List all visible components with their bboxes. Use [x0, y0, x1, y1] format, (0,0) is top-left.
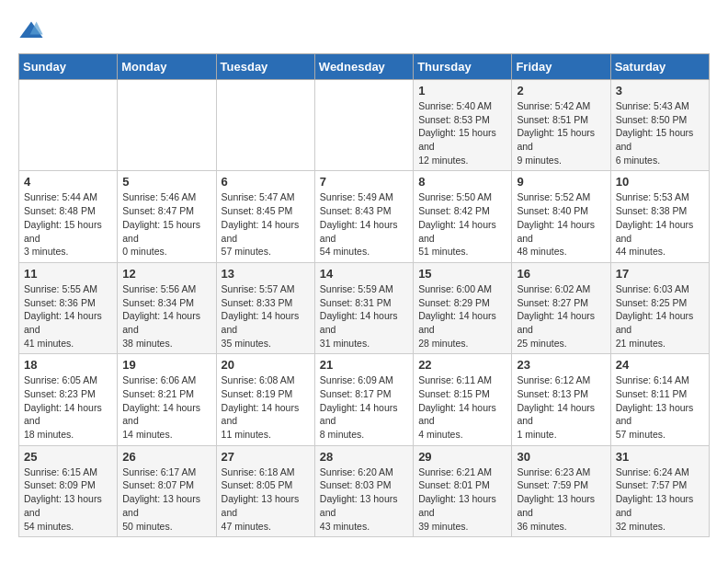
calendar-cell: 1Sunrise: 5:40 AMSunset: 8:53 PMDaylight…: [414, 80, 512, 171]
header-saturday: Saturday: [610, 54, 709, 80]
daylight-minutes: 57 minutes.: [222, 246, 271, 257]
sunset-info: Sunset: 8:33 PM: [222, 297, 293, 308]
sunrise-info: Sunrise: 5:46 AM: [122, 191, 196, 202]
daylight-minutes: 35 minutes.: [222, 338, 271, 349]
daylight-minutes: 3 minutes.: [24, 246, 68, 257]
sunset-info: Sunset: 7:59 PM: [517, 479, 588, 490]
daylight-minutes: 39 minutes.: [418, 521, 468, 532]
calendar-cell: 23Sunrise: 6:12 AMSunset: 8:13 PMDayligh…: [512, 354, 610, 445]
day-info: Sunrise: 6:09 AMSunset: 8:17 PMDaylight:…: [320, 373, 408, 441]
daylight-hours: Daylight: 14 hours and: [222, 310, 300, 335]
sunset-info: Sunset: 8:36 PM: [24, 297, 96, 308]
day-number: 3: [616, 84, 704, 98]
sunset-info: Sunset: 8:29 PM: [418, 297, 490, 308]
daylight-hours: Daylight: 13 hours and: [24, 493, 102, 518]
sunset-info: Sunset: 8:50 PM: [616, 114, 688, 125]
daylight-hours: Daylight: 13 hours and: [616, 402, 694, 427]
sunset-info: Sunset: 8:45 PM: [222, 205, 293, 216]
calendar-cell: [216, 80, 314, 171]
daylight-minutes: 36 minutes.: [517, 521, 566, 532]
daylight-hours: Daylight: 14 hours and: [222, 219, 300, 244]
day-info: Sunrise: 6:06 AMSunset: 8:21 PMDaylight:…: [122, 373, 210, 441]
daylight-minutes: 21 minutes.: [616, 338, 665, 349]
sunrise-info: Sunrise: 6:20 AM: [320, 466, 393, 477]
calendar-cell: 9Sunrise: 5:52 AMSunset: 8:40 PMDaylight…: [512, 171, 610, 262]
daylight-minutes: 12 minutes.: [418, 155, 468, 166]
day-info: Sunrise: 5:43 AMSunset: 8:50 PMDaylight:…: [616, 99, 704, 167]
daylight-minutes: 41 minutes.: [24, 338, 74, 349]
daylight-minutes: 25 minutes.: [517, 338, 566, 349]
daylight-minutes: 54 minutes.: [24, 521, 74, 532]
sunset-info: Sunset: 8:11 PM: [616, 388, 688, 399]
logo: [18, 18, 48, 44]
sunrise-info: Sunrise: 5:40 AM: [418, 100, 492, 111]
sunset-info: Sunset: 8:13 PM: [517, 388, 588, 399]
daylight-minutes: 8 minutes.: [320, 429, 364, 440]
day-info: Sunrise: 6:03 AMSunset: 8:25 PMDaylight:…: [616, 282, 704, 350]
daylight-hours: Daylight: 14 hours and: [418, 402, 496, 427]
daylight-hours: Daylight: 15 hours and: [418, 127, 496, 152]
daylight-hours: Daylight: 14 hours and: [122, 310, 200, 335]
daylight-hours: Daylight: 15 hours and: [616, 127, 694, 152]
page-header: [18, 18, 710, 44]
calendar-cell: 7Sunrise: 5:49 AMSunset: 8:43 PMDaylight…: [314, 171, 413, 262]
daylight-hours: Daylight: 14 hours and: [222, 402, 300, 427]
daylight-minutes: 0 minutes.: [122, 246, 166, 257]
day-info: Sunrise: 6:24 AMSunset: 7:57 PMDaylight:…: [616, 465, 704, 533]
calendar-cell: 13Sunrise: 5:57 AMSunset: 8:33 PMDayligh…: [216, 262, 314, 353]
day-info: Sunrise: 6:12 AMSunset: 8:13 PMDaylight:…: [517, 373, 605, 441]
daylight-minutes: 54 minutes.: [320, 246, 370, 257]
day-number: 14: [320, 267, 408, 281]
daylight-hours: Daylight: 13 hours and: [517, 493, 595, 518]
calendar-week-5: 25Sunrise: 6:15 AMSunset: 8:09 PMDayligh…: [19, 445, 710, 536]
calendar-cell: 18Sunrise: 6:05 AMSunset: 8:23 PMDayligh…: [19, 354, 118, 445]
day-number: 28: [320, 450, 408, 464]
day-number: 4: [24, 175, 112, 189]
calendar-cell: [314, 80, 413, 171]
daylight-hours: Daylight: 14 hours and: [418, 310, 496, 335]
header-sunday: Sunday: [19, 54, 118, 80]
daylight-hours: Daylight: 15 hours and: [24, 219, 102, 244]
day-info: Sunrise: 5:50 AMSunset: 8:42 PMDaylight:…: [418, 190, 506, 258]
calendar-cell: 10Sunrise: 5:53 AMSunset: 8:38 PMDayligh…: [610, 171, 709, 262]
calendar-cell: 15Sunrise: 6:00 AMSunset: 8:29 PMDayligh…: [414, 262, 512, 353]
day-info: Sunrise: 6:17 AMSunset: 8:07 PMDaylight:…: [122, 465, 210, 533]
sunrise-info: Sunrise: 5:52 AM: [517, 191, 590, 202]
calendar-week-2: 4Sunrise: 5:44 AMSunset: 8:48 PMDaylight…: [19, 171, 710, 262]
calendar-cell: 19Sunrise: 6:06 AMSunset: 8:21 PMDayligh…: [118, 354, 216, 445]
day-info: Sunrise: 6:02 AMSunset: 8:27 PMDaylight:…: [517, 282, 605, 350]
day-info: Sunrise: 5:40 AMSunset: 8:53 PMDaylight:…: [418, 99, 506, 167]
daylight-minutes: 48 minutes.: [517, 246, 566, 257]
daylight-hours: Daylight: 13 hours and: [222, 493, 300, 518]
daylight-minutes: 47 minutes.: [222, 521, 271, 532]
sunrise-info: Sunrise: 6:00 AM: [418, 283, 492, 294]
header-thursday: Thursday: [414, 54, 512, 80]
sunset-info: Sunset: 8:03 PM: [320, 479, 392, 490]
sunset-info: Sunset: 8:42 PM: [418, 205, 490, 216]
day-number: 20: [222, 358, 310, 372]
daylight-hours: Daylight: 14 hours and: [320, 402, 398, 427]
day-info: Sunrise: 6:20 AMSunset: 8:03 PMDaylight:…: [320, 465, 408, 533]
daylight-minutes: 9 minutes.: [517, 155, 561, 166]
calendar-cell: [118, 80, 216, 171]
sunset-info: Sunset: 8:09 PM: [24, 479, 96, 490]
day-info: Sunrise: 5:49 AMSunset: 8:43 PMDaylight:…: [320, 190, 408, 258]
sunset-info: Sunset: 8:01 PM: [418, 479, 490, 490]
day-number: 26: [122, 450, 210, 464]
day-number: 9: [517, 175, 605, 189]
daylight-minutes: 11 minutes.: [222, 429, 271, 440]
day-number: 23: [517, 358, 605, 372]
day-info: Sunrise: 5:53 AMSunset: 8:38 PMDaylight:…: [616, 190, 704, 258]
day-number: 12: [122, 267, 210, 281]
daylight-hours: Daylight: 14 hours and: [616, 310, 694, 335]
sunrise-info: Sunrise: 6:21 AM: [418, 466, 492, 477]
calendar-cell: 16Sunrise: 6:02 AMSunset: 8:27 PMDayligh…: [512, 262, 610, 353]
calendar-cell: 4Sunrise: 5:44 AMSunset: 8:48 PMDaylight…: [19, 171, 118, 262]
sunset-info: Sunset: 8:31 PM: [320, 297, 392, 308]
sunset-info: Sunset: 8:23 PM: [24, 388, 96, 399]
daylight-hours: Daylight: 14 hours and: [122, 402, 200, 427]
daylight-minutes: 18 minutes.: [24, 429, 74, 440]
sunrise-info: Sunrise: 6:02 AM: [517, 283, 590, 294]
calendar-cell: 6Sunrise: 5:47 AMSunset: 8:45 PMDaylight…: [216, 171, 314, 262]
day-number: 8: [418, 175, 506, 189]
